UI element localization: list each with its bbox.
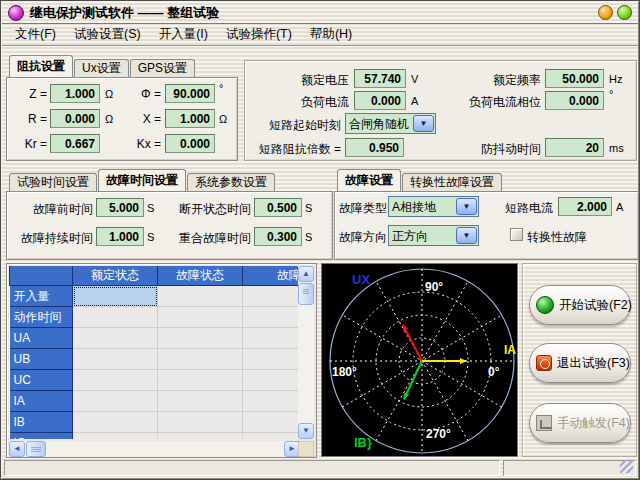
- row-header-ub[interactable]: UB: [10, 349, 73, 370]
- exit-test-button[interactable]: 退出试验(F3): [529, 343, 631, 383]
- table-cell[interactable]: [158, 286, 243, 307]
- resize-grip[interactable]: [620, 460, 633, 473]
- prefault-time-field[interactable]: 5.000: [96, 198, 144, 217]
- short-current-field[interactable]: 2.000: [558, 197, 612, 216]
- convert-fault-checkbox[interactable]: [510, 228, 523, 241]
- phi-field[interactable]: 90.000: [165, 84, 215, 103]
- row-header-ia[interactable]: IA: [10, 391, 73, 412]
- z-unit: Ω: [105, 88, 113, 100]
- table-cell[interactable]: [73, 349, 158, 370]
- table-cell[interactable]: [243, 370, 301, 391]
- rated-voltage-field[interactable]: 57.740: [354, 69, 406, 88]
- menu-item-inputs[interactable]: 开入量(I): [150, 24, 217, 45]
- table-cell[interactable]: [158, 370, 243, 391]
- row-header-ib[interactable]: IB: [10, 412, 73, 433]
- row-header-action-time[interactable]: 动作时间: [10, 307, 73, 328]
- menu-item-help[interactable]: 帮助(H): [301, 24, 361, 45]
- tab-fault-time[interactable]: 故障时间设置: [98, 169, 186, 191]
- close-icon[interactable]: [617, 5, 632, 20]
- menu-item-test-operation[interactable]: 试验操作(T): [217, 24, 301, 45]
- tab-test-time[interactable]: 试验时间设置: [9, 173, 97, 191]
- horizontal-scrollbar[interactable]: ◄ ►: [9, 441, 300, 457]
- tab-fault-settings[interactable]: 故障设置: [337, 169, 401, 191]
- phasor-diagram-panel: UX 90° IA 0° 180° 270° IB}: [321, 263, 518, 457]
- table-cell[interactable]: [243, 412, 301, 433]
- table-cell[interactable]: [158, 349, 243, 370]
- fault-duration-field[interactable]: 1.000: [96, 227, 144, 246]
- rated-freq-unit: Hz: [609, 73, 622, 85]
- menu-item-file[interactable]: 文件(F): [6, 24, 65, 45]
- fault-direction-dropdown-icon[interactable]: ▼: [456, 227, 477, 244]
- kr-label: Kr =: [9, 137, 47, 151]
- table-cell[interactable]: [73, 307, 158, 328]
- vertical-scrollbar[interactable]: ▲ ▼: [298, 266, 314, 439]
- col-header-rated-state[interactable]: 额定状态: [73, 266, 158, 286]
- short-start-combo[interactable]: 合闸角随机 ▼: [345, 113, 436, 134]
- results-table-panel: 额定状态 故障状态 故障转换 开入量 动作时间 UA: [6, 263, 317, 458]
- table-cell[interactable]: [158, 307, 243, 328]
- open-state-time-field[interactable]: 0.500: [254, 198, 302, 217]
- impedance-ratio-field[interactable]: 0.950: [345, 138, 404, 157]
- prefault-time-unit: S: [147, 202, 154, 214]
- row-header-uc[interactable]: UC: [10, 370, 73, 391]
- reclose-fault-time-field[interactable]: 0.300: [254, 227, 302, 246]
- table-cell[interactable]: [73, 328, 158, 349]
- table-cell[interactable]: [243, 433, 301, 440]
- app-window: 继电保护测试软件 —— 整组试验 文件(F) 试验设置(S) 开入量(I) 试验…: [0, 0, 640, 480]
- row-header-ic[interactable]: IC: [10, 433, 73, 440]
- polar-label-ux: UX: [352, 272, 370, 287]
- status-panel-left: [4, 460, 500, 476]
- load-phase-field[interactable]: 0.000: [545, 91, 604, 110]
- row-header-ua[interactable]: UA: [10, 328, 73, 349]
- table-cell[interactable]: [243, 349, 301, 370]
- kx-field[interactable]: 0.000: [165, 134, 215, 153]
- row-header-inputs[interactable]: 开入量: [10, 286, 73, 307]
- short-start-dropdown-icon[interactable]: ▼: [413, 115, 434, 132]
- menu-item-test-settings[interactable]: 试验设置(S): [65, 24, 150, 45]
- short-start-value: 合闸角随机: [346, 114, 412, 133]
- table-cell[interactable]: [73, 433, 158, 440]
- table-cell[interactable]: [73, 412, 158, 433]
- minimize-icon[interactable]: [598, 5, 613, 20]
- rated-freq-field[interactable]: 50.000: [545, 69, 604, 88]
- tab-gps-settings[interactable]: GPS设置: [130, 59, 195, 77]
- tab-ux-settings[interactable]: Ux设置: [74, 59, 129, 77]
- table-cell[interactable]: [158, 412, 243, 433]
- fault-direction-combo[interactable]: 正方向 ▼: [388, 225, 479, 246]
- manual-trigger-button[interactable]: 手动触发(F4): [529, 403, 631, 443]
- start-test-button[interactable]: 开始试验(F2): [529, 285, 631, 325]
- table-cell[interactable]: [158, 433, 243, 440]
- table-cell[interactable]: [243, 391, 301, 412]
- fault-type-dropdown-icon[interactable]: ▼: [456, 198, 477, 215]
- load-current-field[interactable]: 0.000: [354, 91, 406, 110]
- vertical-scroll-thumb[interactable]: [298, 283, 314, 305]
- tab-impedance-settings[interactable]: 阻抗设置: [9, 55, 73, 77]
- table-row: IA: [10, 391, 301, 412]
- tab-convert-fault-settings[interactable]: 转换性故障设置: [402, 173, 502, 191]
- table-cell[interactable]: [243, 307, 301, 328]
- col-header-fault-state[interactable]: 故障状态: [158, 266, 243, 286]
- r-field[interactable]: 0.000: [50, 109, 100, 128]
- fault-duration-label: 故障持续时间: [13, 230, 93, 247]
- x-field[interactable]: 1.000: [165, 109, 215, 128]
- scroll-up-icon[interactable]: ▲: [298, 266, 314, 282]
- col-header-fault-convert[interactable]: 故障转换: [243, 266, 301, 286]
- table-cell[interactable]: [158, 391, 243, 412]
- z-field[interactable]: 1.000: [50, 84, 100, 103]
- tab-system-params[interactable]: 系统参数设置: [187, 173, 275, 191]
- polar-label-180: 180°: [332, 365, 357, 379]
- horizontal-scroll-thumb[interactable]: [26, 441, 46, 457]
- scroll-left-icon[interactable]: ◄: [9, 441, 25, 457]
- scroll-down-icon[interactable]: ▼: [298, 423, 314, 439]
- debounce-field[interactable]: 20: [545, 138, 604, 157]
- rated-voltage-unit: V: [411, 73, 418, 85]
- table-cell[interactable]: [243, 328, 301, 349]
- kr-field[interactable]: 0.667: [50, 134, 100, 153]
- exit-test-label: 退出试验(F3): [557, 355, 630, 372]
- fault-type-combo[interactable]: A相接地 ▼: [388, 196, 479, 217]
- table-cell[interactable]: [243, 286, 301, 307]
- table-cell[interactable]: [158, 328, 243, 349]
- table-cell-selected[interactable]: [73, 286, 158, 307]
- table-cell[interactable]: [73, 370, 158, 391]
- table-cell[interactable]: [73, 391, 158, 412]
